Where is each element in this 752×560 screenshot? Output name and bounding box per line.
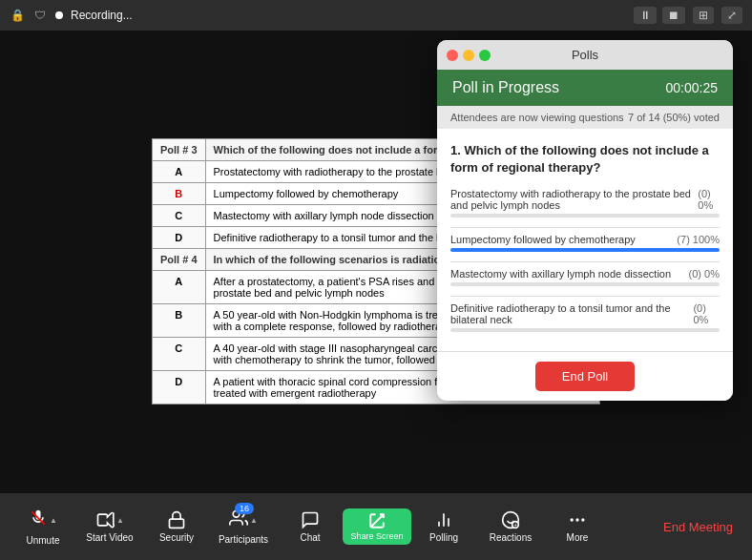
polls-modal: Polls Poll in Progress 00:00:25 Attendee… bbox=[437, 40, 733, 401]
toolbar-item-security[interactable]: Security bbox=[143, 498, 210, 555]
svg-point-14 bbox=[581, 518, 584, 521]
poll4-optA-label: A bbox=[153, 271, 206, 304]
toolbar-item-more[interactable]: More bbox=[544, 498, 611, 555]
voted-text: 7 of 14 (50%) voted bbox=[628, 112, 720, 123]
toolbar-item-unmute[interactable]: ▲ Unmute bbox=[10, 498, 76, 555]
attendees-bar: Attendees are now viewing questions 7 of… bbox=[437, 106, 733, 129]
end-meeting-button[interactable]: End Meeting bbox=[654, 520, 742, 534]
divider-3 bbox=[450, 296, 720, 297]
close-button[interactable] bbox=[447, 50, 458, 61]
stop-btn[interactable]: ⏹ bbox=[662, 7, 685, 24]
option4-bar-bg bbox=[450, 328, 720, 332]
end-poll-container: End Poll bbox=[437, 351, 733, 401]
svg-line-3 bbox=[371, 514, 384, 527]
more-label: More bbox=[567, 532, 589, 543]
video-icon bbox=[95, 510, 115, 529]
chat-label: Chat bbox=[300, 532, 320, 543]
poll3-optC-label: C bbox=[153, 205, 206, 227]
option3-count: (0) 0% bbox=[689, 268, 720, 280]
option3-bar-bg bbox=[450, 282, 720, 286]
shield-icon: 🛡 bbox=[32, 8, 48, 23]
option1-bar-bg bbox=[450, 214, 720, 218]
maximize-button[interactable] bbox=[479, 50, 491, 61]
lock-icon: 🔒 bbox=[10, 8, 25, 23]
option2-bar-bg bbox=[450, 248, 720, 252]
share-icon bbox=[368, 512, 386, 529]
poll3-header-label: Poll # 3 bbox=[153, 139, 206, 161]
lock-icon bbox=[167, 510, 186, 529]
toolbar-item-share-screen[interactable]: Share Screen bbox=[344, 498, 410, 555]
toolbar-item-reactions[interactable]: + Reactions bbox=[477, 498, 544, 555]
svg-text:+: + bbox=[513, 522, 517, 529]
top-bar: 🔒 🛡 Recording... ⏸ ⏹ ⊞ ⤢ bbox=[0, 0, 752, 31]
poll4-optB-label: B bbox=[153, 304, 206, 338]
share-screen-label: Share Screen bbox=[350, 531, 403, 541]
mic-icon bbox=[29, 508, 48, 532]
participants-badge: 16 bbox=[235, 503, 254, 514]
svg-point-13 bbox=[575, 518, 578, 521]
toolbar-item-start-video[interactable]: ▲ Start Video bbox=[76, 498, 143, 555]
option3-text: Mastectomy with axillary lymph node diss… bbox=[450, 268, 671, 280]
share-screen-btn[interactable]: Share Screen bbox=[343, 508, 410, 545]
pip-label: Poll in Progress bbox=[452, 79, 559, 96]
traffic-lights bbox=[447, 50, 491, 61]
expand-btn[interactable]: ⤢ bbox=[721, 7, 742, 24]
end-poll-button[interactable]: End Poll bbox=[535, 362, 635, 391]
recording-dot bbox=[55, 11, 63, 19]
poll4-optD-label: D bbox=[153, 371, 206, 404]
poll3-optB-label: B bbox=[153, 183, 206, 205]
more-icon bbox=[568, 510, 587, 529]
grid-btn[interactable]: ⊞ bbox=[693, 7, 714, 24]
poll-question: 1. Which of the following does not inclu… bbox=[450, 142, 720, 176]
modal-title: Polls bbox=[572, 48, 598, 62]
unmute-label: Unmute bbox=[26, 535, 59, 546]
poll-option-1: Prostatectomy with radiotherapy to the p… bbox=[450, 188, 720, 218]
poll3-optA-label: A bbox=[153, 161, 206, 183]
main-area: Poll # 3 Which of the following does not… bbox=[0, 31, 752, 493]
polling-label: Polling bbox=[429, 532, 458, 543]
pause-btn[interactable]: ⏸ bbox=[634, 7, 657, 24]
option2-text: Lumpectomy followed by chemotherapy bbox=[450, 234, 636, 245]
security-label: Security bbox=[159, 532, 194, 543]
poll-in-progress-bar: Poll in Progress 00:00:25 bbox=[437, 70, 733, 106]
bottom-toolbar: ▲ Unmute ▲ Start Video Security 16 ▲ Par… bbox=[0, 493, 752, 560]
poll-option-3: Mastectomy with axillary lymph node diss… bbox=[450, 268, 720, 286]
toolbar-item-chat[interactable]: Chat bbox=[277, 498, 344, 555]
option2-count: (7) 100% bbox=[677, 234, 720, 245]
minimize-button[interactable] bbox=[463, 50, 474, 61]
chat-icon bbox=[301, 510, 320, 529]
svg-rect-1 bbox=[170, 519, 184, 528]
poll-option-4: Definitive radiotherapy to a tonsil tumo… bbox=[450, 302, 720, 332]
recording-label: Recording... bbox=[71, 9, 626, 22]
start-video-label: Start Video bbox=[86, 532, 133, 543]
option1-text: Prostatectomy with radiotherapy to the p… bbox=[450, 188, 698, 211]
polling-icon bbox=[434, 510, 453, 529]
reactions-icon: + bbox=[501, 510, 520, 529]
option1-count: (0) 0% bbox=[698, 188, 720, 211]
modal-title-bar: Polls bbox=[437, 40, 733, 70]
option4-text: Definitive radiotherapy to a tonsil tumo… bbox=[450, 302, 693, 325]
attendees-text: Attendees are now viewing questions bbox=[450, 112, 624, 123]
toolbar-item-participants[interactable]: 16 ▲ Participants bbox=[210, 498, 277, 555]
toolbar-item-polling[interactable]: Polling bbox=[410, 498, 477, 555]
reactions-label: Reactions bbox=[490, 532, 532, 543]
poll4-optC-label: C bbox=[153, 338, 206, 371]
poll4-header-label: Poll # 4 bbox=[153, 249, 206, 271]
svg-point-12 bbox=[571, 518, 574, 521]
poll-option-2: Lumpectomy followed by chemotherapy (7) … bbox=[450, 234, 720, 252]
option2-bar-fill bbox=[450, 248, 720, 252]
divider-1 bbox=[450, 227, 720, 228]
participants-label: Participants bbox=[219, 534, 268, 545]
poll3-optD-label: D bbox=[153, 227, 206, 249]
poll-content: 1. Which of the following does not inclu… bbox=[437, 129, 733, 351]
divider-2 bbox=[450, 261, 720, 262]
pip-timer: 00:00:25 bbox=[666, 80, 719, 95]
option4-count: (0) 0% bbox=[693, 302, 720, 325]
